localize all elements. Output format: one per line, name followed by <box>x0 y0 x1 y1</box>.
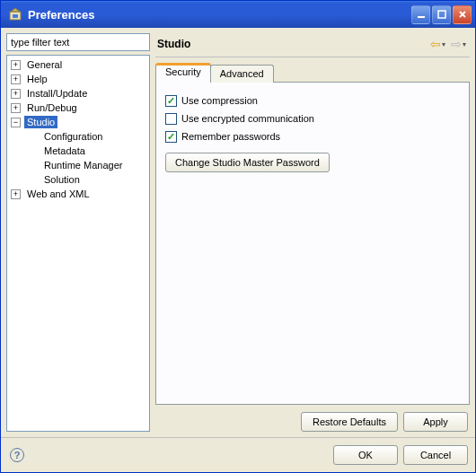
tab-security[interactable]: Security <box>155 63 211 83</box>
tab-label: Advanced <box>220 68 264 79</box>
tree-label: Install/Update <box>24 87 90 100</box>
panel-body: Security Advanced Use compression Use en… <box>155 63 470 432</box>
checkbox-remember-passwords[interactable]: Remember passwords <box>165 127 460 145</box>
chevron-down-icon: ▾ <box>442 40 445 48</box>
cancel-button[interactable]: Cancel <box>403 445 468 465</box>
collapse-icon[interactable]: − <box>11 118 21 127</box>
arrow-left-icon: ⇦ <box>430 37 441 51</box>
button-label: Apply <box>423 416 448 427</box>
close-button[interactable] <box>453 5 472 24</box>
checkbox-label: Remember passwords <box>181 131 280 142</box>
tree-item-web-and-xml[interactable]: + Web and XML <box>7 187 149 201</box>
tree-label: General <box>24 58 65 71</box>
window-buttons <box>411 5 472 24</box>
maximize-button[interactable] <box>432 5 451 24</box>
checkbox-label: Use encrypted communication <box>181 113 314 124</box>
expand-icon[interactable]: + <box>11 60 21 70</box>
checkbox-label: Use compression <box>181 95 258 106</box>
separator <box>155 57 470 57</box>
help-icon[interactable]: ? <box>10 448 24 462</box>
checkbox-use-compression[interactable]: Use compression <box>165 92 460 109</box>
tabs: Security Advanced <box>155 63 470 83</box>
expand-icon[interactable]: + <box>11 74 21 84</box>
tree-item-general[interactable]: + General <box>7 57 149 72</box>
checkbox-icon[interactable] <box>165 131 177 143</box>
tree-label: Runtime Manager <box>41 159 125 171</box>
ok-button[interactable]: OK <box>333 445 398 465</box>
chevron-down-icon: ▾ <box>463 40 466 48</box>
tree-item-metadata[interactable]: Metadata <box>7 144 149 158</box>
titlebar[interactable]: Preferences <box>1 1 475 28</box>
preferences-window: Preferences + General + He <box>0 0 476 473</box>
tab-panel-security: Use compression Use encrypted communicat… <box>155 82 470 405</box>
expand-icon[interactable]: + <box>11 89 21 99</box>
svg-rect-1 <box>13 14 18 18</box>
tab-advanced[interactable]: Advanced <box>210 65 274 83</box>
button-label: OK <box>358 450 373 460</box>
tree-item-install-update[interactable]: + Install/Update <box>7 86 149 101</box>
app-icon <box>8 7 22 22</box>
tree-label: Configuration <box>41 130 105 143</box>
back-button[interactable]: ⇦ ▾ <box>430 37 445 51</box>
nav-arrows: ⇦ ▾ ⇨ ▾ <box>430 37 470 51</box>
content-area: + General + Help + Install/Update + Run/… <box>1 28 475 437</box>
button-label: Restore Defaults <box>313 416 386 427</box>
svg-rect-2 <box>418 16 425 18</box>
dialog-button-bar: ? OK Cancel <box>1 437 475 472</box>
right-pane: Studio ⇦ ▾ ⇨ ▾ Security <box>155 33 470 432</box>
checkbox-icon[interactable] <box>165 95 177 107</box>
change-master-password-button[interactable]: Change Studio Master Password <box>165 153 330 172</box>
button-label: Cancel <box>420 450 451 460</box>
tree-label: Metadata <box>41 145 88 157</box>
tree-item-run-debug[interactable]: + Run/Debug <box>7 101 149 115</box>
apply-button[interactable]: Apply <box>403 412 468 432</box>
svg-rect-3 <box>438 11 445 18</box>
tree-item-studio[interactable]: − Studio <box>7 115 149 129</box>
tab-label: Security <box>165 66 201 77</box>
preferences-tree[interactable]: + General + Help + Install/Update + Run/… <box>6 55 150 432</box>
tree-item-help[interactable]: + Help <box>7 72 149 86</box>
tree-label: Studio <box>24 116 57 128</box>
tree-item-runtime-manager[interactable]: Runtime Manager <box>7 158 149 172</box>
tree-item-solution[interactable]: Solution <box>7 172 149 187</box>
tree-label: Run/Debug <box>24 101 80 114</box>
panel-buttons: Restore Defaults Apply <box>155 405 470 432</box>
page-header: Studio ⇦ ▾ ⇨ ▾ <box>155 33 470 55</box>
checkbox-icon[interactable] <box>165 113 177 125</box>
page-title: Studio <box>155 38 430 50</box>
expand-icon[interactable]: + <box>11 103 21 113</box>
tree-item-configuration[interactable]: Configuration <box>7 129 149 144</box>
button-label: Change Studio Master Password <box>175 157 320 168</box>
left-pane: + General + Help + Install/Update + Run/… <box>6 33 150 432</box>
filter-input[interactable] <box>6 33 150 51</box>
checkbox-use-encrypted[interactable]: Use encrypted communication <box>165 109 460 127</box>
restore-defaults-button[interactable]: Restore Defaults <box>301 412 398 432</box>
window-title: Preferences <box>26 8 411 22</box>
tree-label: Web and XML <box>24 188 93 200</box>
expand-icon[interactable]: + <box>11 189 21 199</box>
tree-label: Help <box>24 73 50 85</box>
arrow-right-icon: ⇨ <box>451 37 462 51</box>
minimize-button[interactable] <box>411 5 430 24</box>
forward-button: ⇨ ▾ <box>451 37 466 51</box>
tree-label: Solution <box>41 173 83 186</box>
